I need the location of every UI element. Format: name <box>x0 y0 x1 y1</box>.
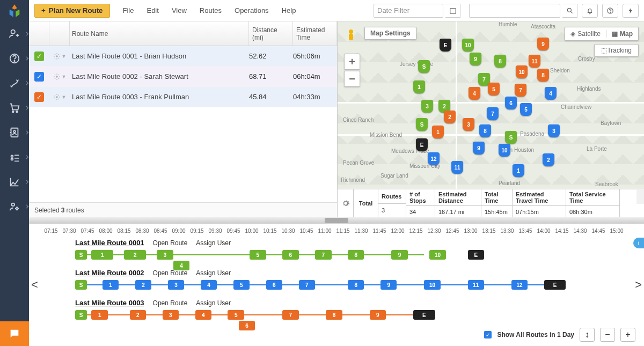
timeline-stop[interactable]: E <box>413 310 435 320</box>
map-pin[interactable]: 1 <box>513 164 524 177</box>
menu-operations[interactable]: Operations <box>230 4 273 17</box>
menu-file[interactable]: File <box>119 4 138 17</box>
map-pin[interactable]: 9 <box>473 142 485 154</box>
timeline-stop[interactable]: 5 <box>233 280 250 290</box>
timeline-route-link[interactable]: Last Mile Route 0001 <box>75 239 144 247</box>
map-pin[interactable]: 6 <box>505 97 517 109</box>
map-pin[interactable]: 1 <box>413 80 425 93</box>
map-pin[interactable]: S <box>418 60 430 73</box>
open-route-link[interactable]: Open Route <box>153 269 188 277</box>
show-all-checkbox[interactable]: ✓ <box>484 331 492 338</box>
map-toggle[interactable]: ▦ Map <box>606 30 638 38</box>
timeline-stop[interactable]: E <box>468 250 484 260</box>
menu-view[interactable]: View <box>167 4 191 17</box>
menu-help[interactable]: Help <box>277 4 301 17</box>
timeline-route-link[interactable]: Last Mile Route 0003 <box>75 299 144 307</box>
timeline-stop[interactable]: E <box>544 280 566 290</box>
calendar-icon[interactable] <box>445 4 460 18</box>
timeline-stop[interactable]: 3 <box>168 280 184 290</box>
map-pin[interactable]: 9 <box>470 53 481 65</box>
table-row[interactable]: ✓ ▼ Last Mile Route 0003 - Frank Pullman… <box>29 87 337 107</box>
timeline-stop[interactable]: 1 <box>91 250 113 260</box>
rail-routes[interactable] <box>0 71 29 95</box>
date-filter-input[interactable]: Date Filter <box>374 4 443 18</box>
timeline-stop[interactable]: S <box>75 250 87 260</box>
rail-user-add[interactable] <box>0 21 29 46</box>
tracking-button[interactable]: ⬚ Tracking <box>594 44 639 57</box>
map-pin[interactable]: 2 <box>444 111 456 123</box>
map-pin[interactable]: 9 <box>537 38 549 50</box>
rail-cart[interactable] <box>0 95 29 120</box>
map-pin[interactable]: S <box>505 131 517 144</box>
timeline-stop[interactable]: 3 <box>157 250 173 260</box>
timeline-stop[interactable]: 6 <box>282 250 298 260</box>
col-est-time[interactable]: Estimated Time <box>293 21 337 46</box>
zoom-in-button[interactable]: + <box>344 54 360 70</box>
menu-edit[interactable]: Edit <box>142 4 163 17</box>
map-pin[interactable]: 10 <box>462 39 474 51</box>
map-pin[interactable]: 3 <box>421 100 433 113</box>
timeline-stop[interactable]: 7 <box>299 280 315 290</box>
rail-analytics[interactable] <box>0 170 29 194</box>
map-settings-button[interactable]: Map Settings <box>364 27 416 40</box>
bolt-icon[interactable] <box>623 4 639 18</box>
timeline-zoom-out[interactable]: − <box>600 328 615 342</box>
timeline-stop[interactable]: 4 <box>195 310 211 320</box>
map-pin[interactable]: 11 <box>529 55 540 68</box>
plan-route-button[interactable]: + Plan New Route <box>34 4 110 18</box>
col-distance[interactable]: Distance (mi) <box>249 21 293 46</box>
row-gear-icon[interactable]: ▼ <box>49 93 70 101</box>
pegman-icon[interactable] <box>345 28 357 45</box>
map-pin[interactable]: 1 <box>432 126 444 138</box>
assign-user-link[interactable]: Assign User <box>196 239 231 247</box>
timeline-stop[interactable]: 1 <box>91 310 107 320</box>
map-pin[interactable]: 4 <box>469 87 480 100</box>
rail-address-book[interactable] <box>0 120 29 145</box>
map-pin[interactable]: 3 <box>463 118 474 131</box>
row-gear-icon[interactable]: ▼ <box>49 53 70 60</box>
summary-gear-icon[interactable] <box>338 189 354 217</box>
timeline-route-link[interactable]: Last Mile Route 0002 <box>75 269 144 277</box>
map-pin[interactable]: 4 <box>545 87 557 100</box>
rail-help[interactable] <box>0 46 29 71</box>
map-pin[interactable]: 8 <box>537 69 549 82</box>
timeline-stop[interactable]: S <box>75 310 87 320</box>
search-input[interactable] <box>469 4 560 18</box>
timeline-stop[interactable]: 10 <box>424 280 440 290</box>
map-pin[interactable]: 3 <box>548 124 560 137</box>
rail-fleet[interactable] <box>0 145 29 170</box>
timeline-stop[interactable]: 12 <box>511 280 528 290</box>
timeline-stop[interactable]: 7 <box>315 250 331 260</box>
route-checkbox[interactable]: ✓ <box>34 51 44 61</box>
timeline-stop[interactable]: 2 <box>135 280 151 290</box>
timeline-expand-icon[interactable]: ↕ <box>580 328 595 342</box>
map-pin[interactable]: 8 <box>479 124 491 137</box>
map-pin[interactable]: 10 <box>516 65 528 78</box>
search-icon[interactable] <box>562 4 577 18</box>
map-pin[interactable]: 7 <box>515 84 526 97</box>
timeline-stop[interactable]: 8 <box>326 310 342 320</box>
col-route-name[interactable]: Route Name <box>70 21 249 46</box>
row-gear-icon[interactable]: ▼ <box>49 73 70 80</box>
timeline-stop[interactable]: 2 <box>124 250 146 260</box>
map-pin[interactable]: 8 <box>494 55 506 68</box>
menu-routes[interactable]: Routes <box>195 4 226 17</box>
assign-user-link[interactable]: Assign User <box>196 299 231 307</box>
timeline-stop[interactable]: S <box>75 280 87 290</box>
timeline-stop[interactable]: 2 <box>130 310 146 320</box>
assign-user-link[interactable]: Assign User <box>196 269 231 277</box>
satellite-toggle[interactable]: ◈ Satellite <box>565 30 606 38</box>
bell-icon[interactable] <box>582 4 598 18</box>
table-row[interactable]: ✓ ▼ Last Mile Route 0001 - Brian Hudson … <box>29 46 337 67</box>
timeline-stop[interactable]: 5 <box>250 250 266 260</box>
timeline-stop[interactable]: 5 <box>228 310 244 320</box>
timeline-stop[interactable]: 9 <box>391 250 407 260</box>
timeline-stop[interactable]: 6 <box>239 321 255 330</box>
map-pin[interactable]: 7 <box>487 107 499 120</box>
open-route-link[interactable]: Open Route <box>153 239 188 247</box>
timeline-zoom-in[interactable]: + <box>620 328 635 342</box>
map-pin[interactable]: 12 <box>428 152 440 165</box>
map-pin[interactable]: 2 <box>543 153 554 166</box>
timeline-stop[interactable]: 9 <box>370 310 386 320</box>
timeline-stop[interactable]: 10 <box>429 250 445 260</box>
